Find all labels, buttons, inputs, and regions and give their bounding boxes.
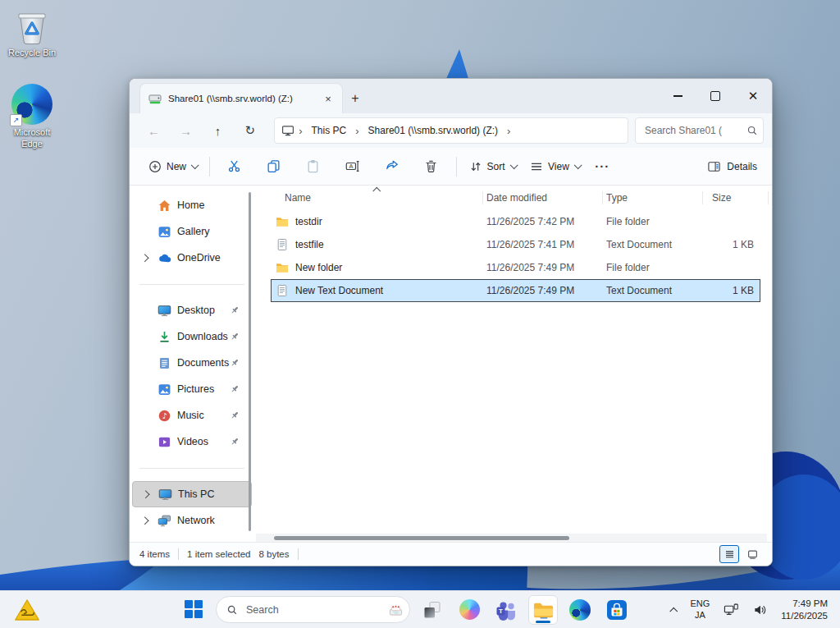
- details-pane-button[interactable]: Details: [704, 160, 760, 173]
- back-button[interactable]: ←: [138, 117, 170, 144]
- sort-button[interactable]: Sort: [462, 153, 523, 181]
- new-tab-button[interactable]: +: [343, 84, 368, 113]
- shortcut-arrow-icon: ↗: [10, 114, 22, 126]
- scrollbar-thumb[interactable]: [274, 536, 569, 540]
- details-view-icon: [724, 549, 735, 560]
- chevron-down-icon: [510, 161, 518, 168]
- teams-button[interactable]: T: [491, 595, 521, 625]
- taskbar-center: T: [179, 591, 632, 628]
- file-row-new-text-document[interactable]: New Text Document 11/26/2025 7:49 PM Tex…: [271, 279, 760, 302]
- rename-button[interactable]: A: [333, 153, 372, 181]
- new-label: New: [167, 161, 186, 172]
- music-icon: ♪: [158, 409, 171, 423]
- network-icon: [158, 514, 171, 528]
- sidebar-item-gallery[interactable]: Gallery: [132, 218, 252, 245]
- thumbnail-view-toggle[interactable]: [742, 545, 762, 563]
- file-row-testfile[interactable]: testfile 11/26/2025 7:41 PM Text Documen…: [271, 233, 760, 256]
- details-view-toggle[interactable]: [719, 545, 739, 563]
- explorer-tab[interactable]: Share01 (\\smb.srv.world) (Z:) ×: [139, 83, 343, 113]
- column-header-size[interactable]: Size: [706, 186, 772, 210]
- share-button[interactable]: [372, 153, 412, 181]
- thumbnail-view-icon: [747, 549, 758, 560]
- more-options-button[interactable]: ···: [587, 153, 618, 181]
- taskbar-search-input[interactable]: [244, 603, 381, 617]
- delete-button[interactable]: [412, 153, 451, 181]
- chevron-right-icon[interactable]: [141, 516, 148, 524]
- view-label: View: [548, 161, 569, 172]
- sidebar-item-network[interactable]: Network: [132, 507, 252, 534]
- breadcrumb-share01[interactable]: Share01 (\\smb.srv.world) (Z:): [363, 125, 503, 136]
- windows-logo-icon: [185, 600, 203, 619]
- desktop: Recycle Bin ↗ Microsoft Edge Share01 (\\…: [0, 0, 840, 628]
- up-button[interactable]: ↑: [202, 117, 234, 144]
- store-icon: [606, 599, 628, 621]
- column-header-name[interactable]: Name: [271, 186, 486, 210]
- task-view-button[interactable]: [418, 595, 447, 625]
- home-icon: [158, 199, 171, 213]
- file-row-new-folder[interactable]: New folder 11/26/2025 7:49 PM File folde…: [271, 256, 760, 279]
- share-icon: [385, 159, 399, 173]
- volume-tray-icon[interactable]: [749, 595, 773, 625]
- sidebar-item-documents[interactable]: Documents: [132, 350, 252, 376]
- desktop-icon-edge[interactable]: ↗ Microsoft Edge: [0, 84, 64, 150]
- sidebar-item-music[interactable]: ♪ Music: [132, 402, 252, 429]
- new-button[interactable]: New: [141, 153, 204, 181]
- column-header-date[interactable]: Date modified: [486, 186, 606, 210]
- refresh-button[interactable]: ↻: [234, 117, 266, 144]
- horizontal-scrollbar[interactable]: [256, 534, 767, 542]
- close-button[interactable]: ✕: [734, 79, 772, 113]
- chevron-right-icon[interactable]: [141, 254, 148, 261]
- taskbar-search[interactable]: [216, 596, 410, 623]
- copy-button[interactable]: [254, 153, 294, 181]
- pin-icon: [229, 305, 240, 316]
- copilot-button[interactable]: [454, 595, 484, 625]
- search-input[interactable]: [643, 124, 743, 137]
- address-bar[interactable]: › This PC › Share01 (\\smb.srv.world) (Z…: [274, 117, 628, 144]
- edge-button[interactable]: [565, 595, 595, 625]
- file-explorer-button[interactable]: [528, 595, 558, 625]
- search-box[interactable]: [635, 117, 764, 144]
- toolbar-separator: [456, 157, 457, 176]
- sidebar-item-pictures[interactable]: Pictures: [132, 376, 252, 402]
- file-explorer-icon: [532, 599, 555, 621]
- text-file-icon: [276, 238, 289, 251]
- sidebar-item-this-pc[interactable]: This PC: [132, 481, 252, 507]
- tab-close-button[interactable]: ×: [321, 91, 336, 106]
- network-tray-icon[interactable]: [719, 595, 743, 625]
- tray-chevron-up[interactable]: [667, 595, 681, 625]
- breadcrumb-chevron: ›: [298, 125, 303, 137]
- copy-icon: [267, 159, 281, 173]
- sidebar-item-desktop[interactable]: Desktop: [132, 297, 252, 323]
- navigation-pane: Home Gallery OneDrive Desktop: [130, 186, 254, 543]
- taskbar: T: [0, 590, 840, 628]
- paste-button[interactable]: [294, 153, 333, 181]
- sidebar-item-videos[interactable]: Videos: [132, 429, 252, 455]
- minimize-button[interactable]: [659, 79, 696, 113]
- maximize-button[interactable]: [696, 79, 734, 113]
- chevron-right-icon[interactable]: [142, 490, 149, 497]
- file-list-pane: Name Date modified Type Size testdir 11/…: [254, 186, 772, 543]
- sidebar-item-downloads[interactable]: Downloads: [132, 323, 252, 350]
- clock[interactable]: 7:49 PM11/26/2025: [778, 595, 832, 625]
- desktop-icon: [158, 304, 171, 318]
- language-indicator[interactable]: ENGJA: [686, 595, 714, 625]
- sidebar-item-onedrive[interactable]: OneDrive: [132, 245, 252, 271]
- file-row-testdir[interactable]: testdir 11/26/2025 7:42 PM File folder: [271, 210, 760, 233]
- sidebar-separator: [130, 455, 254, 481]
- weather-widget[interactable]: [11, 594, 43, 626]
- view-button[interactable]: View: [523, 153, 587, 181]
- desktop-icon-recycle-bin[interactable]: Recycle Bin: [0, 7, 64, 59]
- gallery-icon: [158, 225, 171, 239]
- store-button[interactable]: [602, 595, 632, 625]
- start-button[interactable]: [179, 595, 208, 625]
- onedrive-icon: [158, 251, 171, 265]
- breadcrumb-this-pc[interactable]: This PC: [307, 125, 352, 136]
- sidebar-item-home[interactable]: Home: [132, 192, 252, 218]
- column-header-type[interactable]: Type: [606, 186, 706, 210]
- text-file-icon: [276, 284, 289, 297]
- breadcrumb-chevron: ›: [354, 125, 359, 137]
- forward-button[interactable]: →: [170, 117, 202, 144]
- details-panel-icon: [707, 160, 721, 173]
- cut-button[interactable]: [215, 153, 254, 181]
- sidebar-scrollbar[interactable]: [249, 192, 251, 531]
